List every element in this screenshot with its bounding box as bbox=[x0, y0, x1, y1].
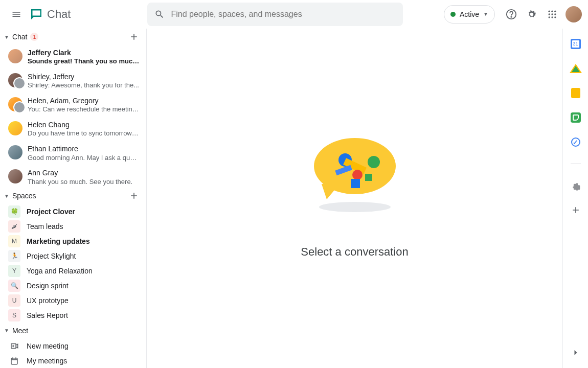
chat-text: Ann Gray Thank you so much. See you ther… bbox=[28, 168, 140, 186]
space-item[interactable]: M Marketing updates bbox=[0, 234, 146, 248]
search-box[interactable] bbox=[147, 3, 403, 26]
empty-state-prompt: Select a conversation bbox=[301, 245, 408, 259]
tasks-app-button[interactable] bbox=[570, 136, 582, 148]
svg-point-11 bbox=[554, 16, 556, 18]
space-item[interactable]: 🌶 Team leads bbox=[0, 219, 146, 234]
chat-item[interactable]: Shirley, Jeffery Shirley: Awesome, thank… bbox=[0, 69, 146, 93]
svg-point-4 bbox=[551, 10, 553, 12]
chat-preview: Shirley: Awesome, thank you for the... bbox=[28, 81, 140, 90]
chat-item[interactable]: Ann Gray Thank you so much. See you ther… bbox=[0, 165, 146, 188]
chat-text: Shirley, Jeffery Shirley: Awesome, thank… bbox=[28, 72, 140, 90]
search-icon bbox=[154, 9, 165, 19]
chevron-down-icon: ▼ bbox=[483, 11, 488, 17]
addons-button[interactable] bbox=[570, 179, 582, 192]
calendar-app-button[interactable] bbox=[570, 38, 582, 50]
drive-app-button[interactable] bbox=[570, 62, 582, 75]
chat-name: Helen, Adam, Gregory bbox=[28, 96, 140, 105]
avatar-icon bbox=[8, 49, 22, 63]
status-toggle[interactable]: Active ▼ bbox=[444, 5, 495, 24]
avatar-icon bbox=[8, 145, 22, 159]
expand-panel-button[interactable] bbox=[570, 347, 582, 359]
video-icon bbox=[8, 341, 20, 351]
plus-icon bbox=[129, 191, 139, 201]
meet-item-label: New meeting bbox=[27, 342, 69, 350]
space-name: Team leads bbox=[27, 222, 63, 231]
chat-preview: You: Can we reschedule the meeting for..… bbox=[28, 105, 140, 114]
space-name: Marketing updates bbox=[27, 237, 90, 245]
chat-preview: Sounds great! Thank you so much Ann! bbox=[28, 57, 140, 66]
meet-item-label: My meetings bbox=[27, 357, 67, 365]
chat-item[interactable]: Ethan Lattimore Good morning Ann. May I … bbox=[0, 141, 146, 165]
space-item[interactable]: Y Yoga and Relaxation bbox=[0, 263, 146, 278]
meet-list: New meeting My meetings bbox=[0, 338, 146, 368]
add-app-button[interactable] bbox=[570, 204, 582, 216]
keep-icon bbox=[571, 88, 580, 98]
contacts-app-button[interactable] bbox=[570, 111, 582, 124]
main-menu-button[interactable] bbox=[6, 4, 27, 25]
chat-name: Ann Gray bbox=[28, 168, 140, 177]
svg-point-2 bbox=[511, 16, 511, 17]
space-name: UX prototype bbox=[27, 296, 69, 305]
spaces-section-header[interactable]: ▼ Spaces bbox=[0, 188, 146, 204]
avatar-icon bbox=[8, 73, 22, 87]
spaces-list: 🍀 Project Clover 🌶 Team leads M Marketin… bbox=[0, 204, 146, 323]
search-wrap bbox=[147, 3, 403, 26]
chat-unread-badge: 1 bbox=[30, 33, 38, 41]
sidebar: ▼ Chat 1 Jeffery Clark Sounds great! Tha… bbox=[0, 29, 147, 368]
chat-text: Helen Chang Do you have time to sync tom… bbox=[28, 120, 140, 138]
chat-section-header[interactable]: ▼ Chat 1 bbox=[0, 29, 146, 45]
space-name: Project Clover bbox=[27, 208, 75, 216]
app-logo[interactable]: Chat bbox=[29, 7, 71, 22]
space-icon: 🏃 bbox=[8, 250, 20, 262]
meet-section-header[interactable]: ▼ Meet bbox=[0, 323, 146, 338]
apps-grid-icon bbox=[547, 9, 557, 19]
space-icon: U bbox=[8, 294, 20, 307]
new-space-button[interactable] bbox=[126, 188, 142, 204]
status-label: Active bbox=[460, 10, 479, 18]
search-input[interactable] bbox=[171, 10, 396, 19]
help-button[interactable] bbox=[501, 4, 522, 25]
collapse-caret-icon: ▼ bbox=[4, 328, 9, 333]
svg-rect-12 bbox=[11, 358, 17, 364]
space-icon: 🍀 bbox=[8, 205, 20, 218]
space-item[interactable]: U UX prototype bbox=[0, 293, 146, 308]
space-item[interactable]: 🔍 Design sprint bbox=[0, 278, 146, 293]
svg-point-3 bbox=[549, 10, 550, 12]
space-icon: 🔍 bbox=[8, 280, 20, 292]
chat-name: Jeffery Clark bbox=[28, 48, 140, 57]
chat-section-label: Chat bbox=[12, 33, 28, 41]
drive-icon bbox=[570, 64, 582, 73]
plus-icon bbox=[129, 32, 139, 42]
main-area: Select a conversation bbox=[147, 29, 562, 368]
space-item[interactable]: S Sales Report bbox=[0, 308, 146, 323]
settings-button[interactable] bbox=[522, 4, 542, 25]
chat-text: Jeffery Clark Sounds great! Thank you so… bbox=[28, 48, 140, 66]
keep-app-button[interactable] bbox=[570, 87, 582, 99]
space-icon: M bbox=[8, 235, 20, 247]
chevron-right-icon bbox=[571, 348, 581, 358]
chat-item[interactable]: Helen, Adam, Gregory You: Can we resched… bbox=[0, 93, 146, 117]
hamburger-icon bbox=[11, 9, 21, 19]
collapse-caret-icon: ▼ bbox=[4, 34, 9, 40]
empty-state-illustration bbox=[309, 138, 401, 215]
avatar-icon bbox=[8, 169, 22, 183]
spaces-section-label: Spaces bbox=[12, 192, 36, 200]
avatar-icon bbox=[8, 97, 22, 111]
side-panel bbox=[562, 29, 588, 368]
chat-preview: Thank you so much. See you there. bbox=[28, 178, 140, 187]
phone-icon bbox=[571, 112, 581, 123]
meet-item[interactable]: My meetings bbox=[0, 353, 146, 368]
chat-list: Jeffery Clark Sounds great! Thank you so… bbox=[0, 45, 146, 188]
new-chat-button[interactable] bbox=[126, 29, 142, 45]
svg-rect-0 bbox=[33, 10, 40, 15]
chat-item[interactable]: Helen Chang Do you have time to sync tom… bbox=[0, 117, 146, 141]
account-avatar[interactable] bbox=[566, 6, 582, 22]
chat-item[interactable]: Jeffery Clark Sounds great! Thank you so… bbox=[0, 45, 146, 69]
chat-name: Shirley, Jeffery bbox=[28, 72, 140, 81]
meet-item[interactable]: New meeting bbox=[0, 338, 146, 353]
space-item[interactable]: 🍀 Project Clover bbox=[0, 204, 146, 219]
apps-button[interactable] bbox=[542, 4, 562, 25]
addon-icon bbox=[571, 180, 581, 191]
space-icon: S bbox=[8, 309, 20, 321]
space-item[interactable]: 🏃 Project Skylight bbox=[0, 248, 146, 263]
